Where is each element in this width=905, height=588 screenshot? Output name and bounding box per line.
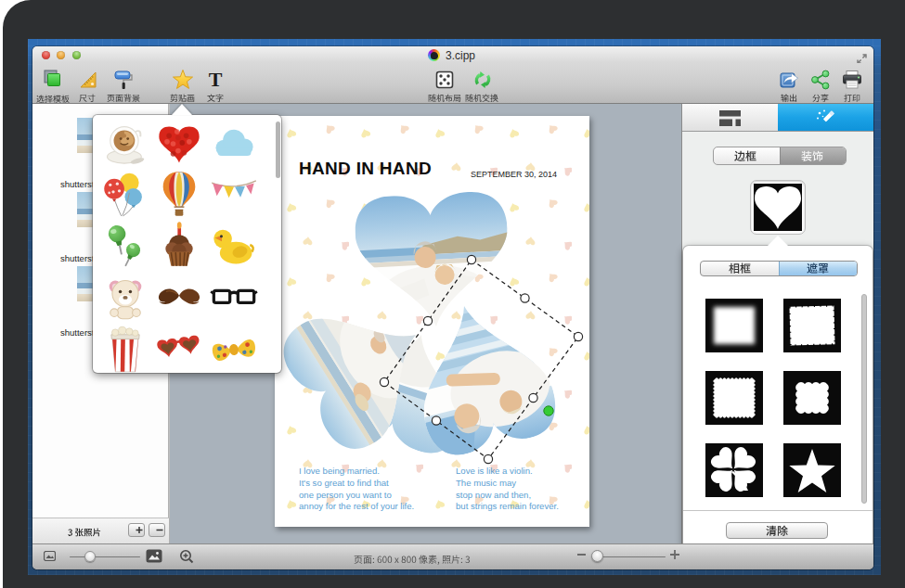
svg-text:T: T	[209, 70, 223, 90]
svg-text:but strings remain forever.: but strings remain forever.	[456, 501, 559, 511]
svg-text:annoy for the rest of your lif: annoy for the rest of your life.	[299, 501, 414, 511]
svg-text:The music may: The music may	[456, 478, 516, 488]
svg-text:Love is like a violin.: Love is like a violin.	[456, 466, 533, 476]
svg-text:SEPTEMBER 30, 2014: SEPTEMBER 30, 2014	[471, 170, 557, 179]
svg-text:HAND IN HAND: HAND IN HAND	[299, 159, 432, 178]
svg-text:stop now and then,: stop now and then,	[456, 490, 531, 500]
svg-text:I love being married.: I love being married.	[299, 466, 380, 476]
svg-text:It's so great to find that: It's so great to find that	[299, 478, 389, 488]
svg-text:one person you want to: one person you want to	[299, 490, 392, 500]
